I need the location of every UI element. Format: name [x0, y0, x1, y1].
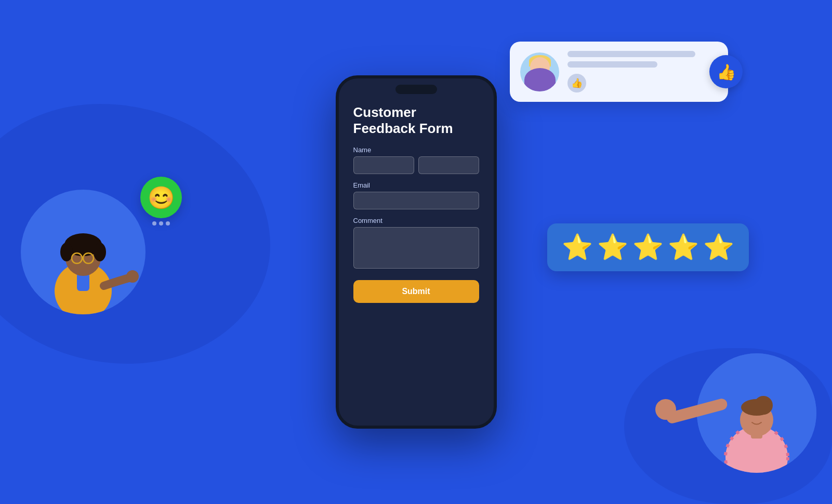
svg-point-5: [60, 243, 73, 261]
comment-textarea[interactable]: [353, 227, 479, 269]
phone-mockup: Customer Feedback Form Name Email Commen…: [336, 75, 497, 429]
bubble-dot-1: [152, 221, 156, 226]
name-input-row: [353, 156, 479, 174]
svg-point-6: [94, 243, 106, 261]
profile-line-1: [567, 51, 695, 57]
form-title: Customer Feedback Form: [353, 104, 479, 137]
profile-avatar: [520, 52, 559, 91]
phone-form-content: Customer Feedback Form Name Email Commen…: [353, 104, 479, 410]
right-person-circle: [697, 353, 816, 473]
stars-rating-card: ⭐ ⭐ ⭐ ⭐ ⭐: [547, 223, 749, 271]
svg-point-17: [741, 399, 772, 416]
name-field-group: Name: [353, 146, 479, 174]
right-person-illustration: [697, 353, 816, 473]
star-3: ⭐: [632, 235, 664, 260]
phone-notch: [395, 85, 437, 94]
star-2: ⭐: [597, 235, 628, 260]
submit-button[interactable]: Submit: [353, 280, 479, 303]
name-label: Name: [353, 146, 479, 154]
email-field-group: Email: [353, 181, 479, 209]
big-thumbs-up-icon: 👍: [709, 55, 743, 88]
bubble-dot-2: [159, 221, 163, 226]
profile-card: 👍 👍: [510, 42, 728, 102]
right-person-hand: [655, 399, 676, 420]
left-person-svg: [21, 190, 146, 314]
left-person-circle: [21, 190, 146, 314]
star-5: ⭐: [703, 235, 734, 260]
profile-line-2: [567, 61, 657, 68]
profile-thumb-icon: 👍: [567, 74, 586, 92]
star-1: ⭐: [562, 235, 593, 260]
comment-label: Comment: [353, 217, 479, 224]
emoji-thought-bubble: 😊: [140, 177, 182, 226]
email-label: Email: [353, 181, 479, 189]
first-name-input[interactable]: [353, 156, 414, 174]
right-person-svg: [697, 353, 816, 473]
bubble-dot-3: [166, 221, 170, 226]
svg-point-10: [126, 270, 139, 283]
smiley-face-icon: 😊: [140, 177, 182, 218]
comment-field-group: Comment: [353, 217, 479, 269]
star-4: ⭐: [668, 235, 699, 260]
thought-bubble-dots: [140, 221, 182, 226]
avatar-body: [524, 68, 556, 91]
email-input[interactable]: [353, 192, 479, 209]
profile-info: 👍: [567, 51, 718, 92]
last-name-input[interactable]: [418, 156, 479, 174]
left-person-illustration: [21, 190, 146, 314]
